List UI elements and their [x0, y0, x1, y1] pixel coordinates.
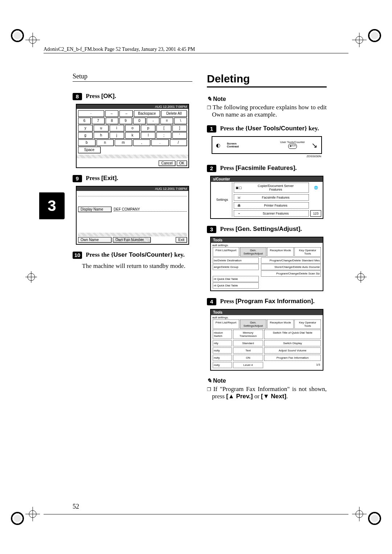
key-b[interactable]: b — [78, 139, 95, 146]
fig3-header: Tools — [211, 237, 323, 243]
f4-tab3[interactable]: Key Operator Tools — [294, 319, 321, 329]
left-column: Setup 8 Press [OK]. AUG 12.2001 7:08PM ·… — [73, 73, 192, 400]
hardware-key-icon: ❖/123 — [288, 144, 297, 149]
crop-mark-br — [352, 507, 367, 521]
key-k[interactable]: k — [125, 132, 140, 139]
contrast-icon: ◐ — [216, 142, 220, 148]
f4-tab0[interactable]: Print List/Report — [213, 319, 239, 329]
f4-tab2[interactable]: Reception Mode — [267, 319, 294, 329]
key-equals[interactable]: = — [160, 118, 173, 124]
key-right-arrow[interactable]: → — [119, 110, 133, 117]
tab-gen-settings[interactable]: Gen. Settings/Adjust — [240, 247, 266, 257]
key-period[interactable]: . — [151, 139, 169, 146]
arrow-icon: ↘ — [311, 141, 318, 150]
own-name-button[interactable]: Own Name — [78, 237, 111, 243]
f4-l3b[interactable]: ON — [233, 355, 263, 361]
counter-badge[interactable]: 123 — [310, 210, 321, 217]
r-step-num-3: 3 — [207, 226, 216, 233]
r-step-4: 4 Press [Program Fax Information]. — [207, 298, 327, 305]
header-rule — [44, 53, 348, 53]
copier-icon: ▣▢ — [236, 186, 242, 190]
f4-l4b[interactable]: Level 4 — [233, 362, 263, 368]
display-name-button[interactable]: Display Name — [78, 207, 111, 212]
key-0[interactable]: 0 — [133, 118, 146, 124]
r-step-num-4: 4 — [207, 298, 216, 305]
key-p[interactable]: p — [141, 125, 155, 131]
lang-icon[interactable]: 🌐 — [310, 183, 321, 193]
key-9[interactable]: 9 — [119, 118, 132, 124]
key-6[interactable]: 6 — [78, 118, 91, 124]
f3-l1[interactable]: ange/Delete Group — [213, 264, 259, 270]
own-fax-button[interactable]: Own Fax Number — [113, 237, 151, 243]
tab-reception[interactable]: Reception Mode — [267, 247, 294, 257]
f4-r1[interactable]: Switch Display — [264, 340, 321, 346]
key-comma[interactable]: , — [133, 139, 151, 146]
key-apos[interactable]: ' — [172, 132, 187, 139]
f4-l0b[interactable]: Memory Transmission — [233, 330, 263, 339]
r3-label: [Gen. Settings/Adjust] — [236, 225, 301, 232]
key-7[interactable]: 7 — [92, 118, 105, 124]
key-left-arrow[interactable]: ← — [105, 110, 119, 117]
f3-r2[interactable]: Program/Change/Delete Scan Siz — [261, 270, 321, 277]
f3-l3[interactable]: nt Quick Dial Table — [213, 276, 259, 282]
f4-l1b[interactable]: Standard — [233, 340, 263, 346]
key-g[interactable]: g — [78, 132, 93, 139]
key-l[interactable]: l — [141, 132, 155, 139]
key-semi[interactable]: ; — [156, 132, 171, 139]
key-rbracket[interactable]: ] — [172, 125, 187, 131]
feature-printer[interactable]: 🖶Printer Features — [234, 202, 309, 209]
feature-fax[interactable]: ☏Facsimile Features — [234, 194, 309, 201]
deleting-title: Deleting — [207, 73, 327, 85]
key-i[interactable]: i — [110, 125, 124, 131]
f4-r0[interactable]: Switch Title of Quick Dial Table — [264, 330, 321, 339]
ut-label: User Tools/Counter — [280, 140, 305, 144]
key-o[interactable]: o — [125, 125, 140, 131]
crop-mark-tr — [352, 33, 367, 47]
screen-contrast-label: Screen Contrast — [227, 142, 239, 148]
scanner-icon: ⌁ — [236, 212, 242, 215]
key-8[interactable]: 8 — [106, 118, 118, 124]
key-u[interactable]: u — [94, 125, 108, 131]
tab-print-list[interactable]: Print List/Report — [213, 247, 239, 257]
f3-r0[interactable]: Program/Change/Delete Standard Mes — [261, 257, 321, 264]
step-9: 9 Press [Exit]. — [73, 175, 192, 182]
f3-l0[interactable]: be/Delete Destination — [213, 257, 259, 264]
f4-l4a: nsity — [213, 362, 232, 368]
f4-l2b[interactable]: Text — [233, 347, 263, 354]
figure-keyboard: AUG 12.2001 7:08PM · ← → Backspace Delet… — [76, 104, 189, 168]
tab-key-op[interactable]: Key Operator Tools — [294, 247, 321, 257]
key-n[interactable]: n — [97, 139, 114, 146]
feature-scanner[interactable]: ⌁Scanner Features — [234, 210, 309, 217]
f3-l4[interactable]: nt Quick Dial Table — [213, 282, 259, 289]
key-j[interactable]: j — [110, 132, 124, 139]
f4-tab1[interactable]: Gen. Settings/Adjust — [240, 319, 266, 329]
page-number: 52 — [73, 503, 79, 510]
fig4-sub: ault settings. — [212, 316, 321, 319]
key-delete-all[interactable]: Delete All — [161, 110, 187, 117]
key-m[interactable]: m — [115, 139, 132, 146]
r2-text-a: Press — [220, 164, 236, 171]
fig8-date: AUG 12.2001 7:08PM — [77, 105, 188, 109]
ok-button[interactable]: OK — [177, 160, 187, 166]
key-lbracket[interactable]: [ — [156, 125, 171, 131]
key-slash[interactable]: / — [170, 139, 187, 146]
exit-button[interactable]: Exit — [176, 237, 187, 243]
key-dash[interactable]: · — [78, 110, 104, 117]
f4-r3[interactable]: Program Fax Information — [264, 355, 321, 361]
note2-body: If "Program Fax Information" is not show… — [212, 386, 327, 400]
pencil-icon-2: ✎ — [207, 378, 212, 384]
figure-hardware-key: ◐ Screen Contrast User Tools/Counter ❖/1… — [212, 136, 322, 154]
cancel-button[interactable]: Cancel — [159, 160, 175, 166]
note-heading-1: ✎Note — [207, 95, 327, 102]
key-h[interactable]: h — [94, 132, 108, 139]
f4-r2[interactable]: Adjust Sound Volume — [264, 347, 321, 354]
f3-r1[interactable]: Store/Change/Delete Auto Docume — [261, 264, 321, 270]
f4-l1a: nity — [213, 340, 232, 346]
key-backspace[interactable]: Backspace — [134, 110, 160, 117]
feature-copier[interactable]: ▣▢Copier/Document Server Features — [234, 183, 309, 193]
step9-label: [Exit] — [101, 175, 117, 182]
key-backslash[interactable]: \ — [174, 118, 187, 124]
key-y[interactable]: y — [78, 125, 93, 131]
key-minus[interactable]: - — [147, 118, 159, 124]
key-space[interactable]: Space — [78, 147, 101, 153]
